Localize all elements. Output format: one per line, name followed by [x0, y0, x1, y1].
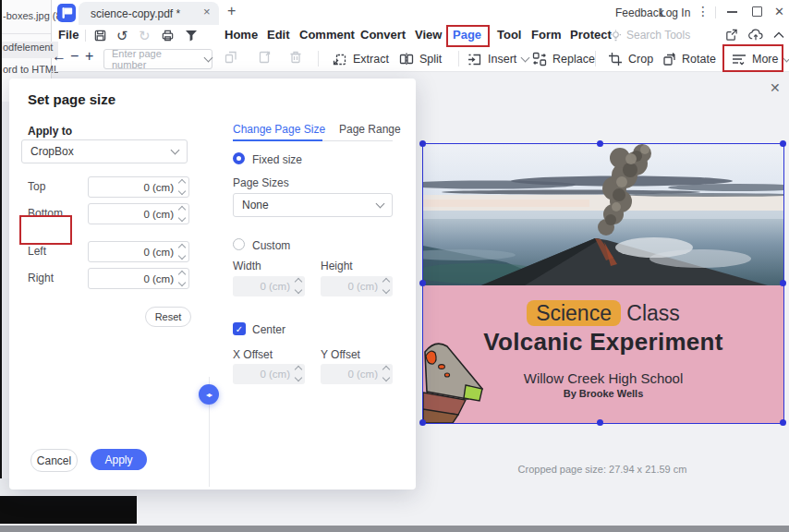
plus-icon[interactable]: + — [85, 48, 93, 65]
cropped-size-status: Cropped page size: 27.94 x 21.59 cm — [416, 464, 789, 475]
kebab-menu-icon[interactable]: ⋮ — [697, 4, 710, 18]
print-icon[interactable] — [161, 29, 175, 42]
menu-page[interactable]: Page — [453, 28, 481, 42]
apply-to-value: CropBox — [30, 145, 74, 158]
custom-radio[interactable] — [233, 238, 245, 250]
custom-label: Custom — [252, 239, 290, 252]
extract-icon — [333, 52, 347, 66]
height-label: Height — [321, 260, 353, 272]
window-close-button[interactable]: ✕ — [774, 5, 784, 18]
bg-file-item[interactable]: -boxes.jpg (8 — [3, 10, 58, 21]
background-window-edge — [0, 0, 2, 497]
export-page-icon-disabled — [257, 50, 272, 65]
more-label: More — [752, 53, 778, 66]
crop-button[interactable]: Crop — [608, 47, 653, 70]
document-tab[interactable]: science-copy.pdf * — [79, 2, 219, 25]
menu-protect[interactable]: Protect — [570, 28, 612, 42]
margin-right-value: 0 (cm) — [143, 273, 174, 284]
share-icon[interactable] — [724, 28, 738, 42]
trash-icon-disabled — [288, 50, 303, 65]
margin-right-field[interactable]: 0 (cm) — [88, 268, 189, 289]
extract-button[interactable]: Extract — [333, 47, 389, 70]
stepper-icon[interactable] — [179, 245, 185, 259]
undo-icon[interactable]: ↺ — [116, 28, 128, 44]
new-tab-button[interactable]: + — [227, 3, 236, 19]
search-tools-button[interactable]: Search Tools — [610, 29, 690, 42]
menu-comment[interactable]: Comment — [299, 28, 355, 42]
menu-edit[interactable]: Edit — [267, 28, 290, 42]
insert-button[interactable]: Insert — [467, 47, 528, 70]
volcano-diagram-illustration — [423, 339, 490, 423]
divider — [51, 71, 789, 72]
pdf-page-preview[interactable]: Science Class Volcanic Experiment Willow… — [422, 143, 784, 424]
margin-left-field[interactable]: 0 (cm) — [88, 241, 189, 262]
replace-icon — [532, 52, 547, 66]
page-number-combo[interactable]: Enter page number — [103, 49, 212, 69]
title-rest: Class — [621, 301, 680, 325]
back-arrow-icon[interactable]: ← — [52, 48, 67, 65]
width-label: Width — [233, 260, 261, 272]
cancel-button[interactable]: Cancel — [30, 449, 78, 472]
collapse-ribbon-icon[interactable] — [773, 30, 784, 39]
menu-view[interactable]: View — [415, 28, 442, 42]
menu-form[interactable]: Form — [531, 28, 562, 42]
split-button[interactable]: Split — [399, 47, 442, 70]
save-icon[interactable] — [93, 29, 107, 42]
minimize-button[interactable] — [727, 11, 737, 13]
fixed-size-radio[interactable] — [233, 152, 245, 164]
selection-handle[interactable] — [780, 280, 786, 286]
feedback-link[interactable]: Feedback — [615, 6, 664, 19]
selection-handle[interactable] — [597, 419, 603, 426]
x-offset-label: X Offset — [233, 348, 273, 361]
tab-page-range[interactable]: Page Range — [339, 123, 401, 136]
selection-handle[interactable] — [780, 140, 786, 147]
login-link[interactable]: Log In — [660, 6, 690, 19]
stepper-icon[interactable] — [179, 272, 185, 285]
page-sizes-label: Page Sizes — [233, 176, 289, 189]
margin-right-label: Right — [28, 272, 54, 284]
apply-to-select[interactable]: CropBox — [21, 139, 188, 163]
selection-handle[interactable] — [419, 280, 426, 286]
margin-top-field[interactable]: 0 (cm) — [88, 176, 189, 198]
stepper-icon[interactable] — [179, 180, 185, 194]
tab-close-icon[interactable]: × — [203, 5, 211, 18]
replace-button[interactable]: Replace — [532, 47, 595, 70]
more-icon — [732, 53, 747, 66]
selection-handle[interactable] — [419, 140, 426, 147]
divider — [715, 6, 716, 18]
x-offset-field-disabled: 0 (cm) — [233, 364, 305, 384]
margin-bottom-field[interactable]: 0 (cm) — [88, 203, 189, 224]
tab-title: science-copy.pdf * — [91, 7, 180, 20]
stepper-icon — [383, 367, 389, 381]
selection-handle[interactable] — [419, 419, 426, 426]
chevron-down-icon — [783, 53, 789, 62]
center-checkbox[interactable]: ✓ — [233, 322, 246, 335]
more-button[interactable]: More — [732, 47, 789, 70]
stepper-icon[interactable] — [179, 207, 185, 221]
highlighted-word: Science — [527, 300, 621, 326]
rotate-button[interactable]: Rotate — [662, 47, 716, 70]
menu-convert[interactable]: Convert — [360, 28, 406, 42]
maximize-button[interactable] — [752, 6, 762, 17]
height-value: 0 (cm) — [347, 281, 378, 292]
split-icon — [399, 52, 414, 66]
page-sizes-select[interactable]: None — [233, 193, 393, 217]
minus-icon[interactable]: − — [70, 48, 79, 65]
stepper-icon — [383, 279, 389, 293]
selection-handle[interactable] — [597, 140, 603, 147]
selection-handle[interactable] — [780, 419, 786, 426]
menu-file[interactable]: File — [58, 28, 79, 42]
funnel-icon[interactable] — [185, 30, 198, 42]
preview-close-icon[interactable]: ✕ — [770, 80, 781, 95]
panel-collapse-handle[interactable]: ◂▸ — [199, 384, 219, 405]
apply-button[interactable]: Apply — [91, 449, 147, 470]
bg-file-item[interactable]: ord to HTML — [3, 64, 58, 75]
bg-file-item[interactable]: odfelement — [0, 42, 58, 58]
cloud-upload-icon[interactable] — [748, 28, 763, 42]
tab-change-page-size[interactable]: Change Page Size — [233, 123, 325, 136]
width-value: 0 (cm) — [260, 281, 290, 292]
slide-title: Science Class — [423, 301, 783, 326]
reset-button[interactable]: Reset — [145, 307, 191, 327]
menu-home[interactable]: Home — [225, 28, 258, 42]
menu-tool[interactable]: Tool — [497, 28, 521, 42]
